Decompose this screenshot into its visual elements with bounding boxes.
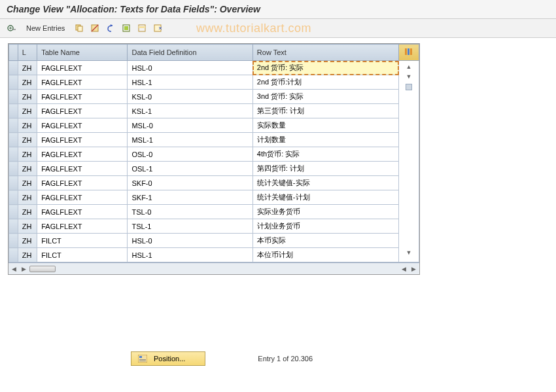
cell-language[interactable]: ZH xyxy=(18,162,37,176)
cell-table-name[interactable]: FAGLFLEXT xyxy=(37,219,128,234)
cell-language[interactable]: ZH xyxy=(18,205,37,219)
row-selector[interactable] xyxy=(9,90,18,104)
cell-row-text[interactable]: 第四货币: 计划 xyxy=(252,162,398,176)
cell-data-field[interactable]: MSL-1 xyxy=(128,133,252,147)
cell-data-field[interactable]: TSL-1 xyxy=(128,219,252,234)
cell-data-field[interactable]: MSL-0 xyxy=(128,118,252,133)
cell-row-text[interactable]: 本币实际 xyxy=(252,234,398,248)
row-selector[interactable] xyxy=(9,219,18,234)
cell-row-text[interactable]: 计划业务货币 xyxy=(252,219,398,234)
column-header-l[interactable]: L xyxy=(18,45,37,61)
toggle-view-icon[interactable] xyxy=(5,22,18,35)
row-selector-header[interactable] xyxy=(9,45,18,61)
column-header-data-field[interactable]: Data Field Definition xyxy=(128,45,252,61)
scroll-left-icon[interactable]: ◀ xyxy=(10,266,18,272)
row-selector[interactable] xyxy=(9,176,18,190)
row-selector[interactable] xyxy=(9,248,18,262)
cell-language[interactable]: ZH xyxy=(18,133,37,147)
scroll-thumb[interactable] xyxy=(29,266,56,272)
cell-row-text[interactable]: 实际业务货币 xyxy=(252,205,398,219)
cell-table-name[interactable]: FILCT xyxy=(37,234,128,248)
cell-language[interactable]: ZH xyxy=(18,219,37,234)
cell-table-name[interactable]: FAGLFLEXT xyxy=(37,190,128,205)
table-row[interactable]: ZHFAGLFLEXTSKF-0统计关键值-实际 xyxy=(9,176,419,190)
cell-language[interactable]: ZH xyxy=(18,248,37,262)
cell-row-text[interactable]: 3nd 货币: 实际 xyxy=(252,90,398,104)
column-header-table-name[interactable]: Table Name xyxy=(37,45,128,61)
deselect-icon[interactable] xyxy=(151,22,164,35)
cell-data-field[interactable]: HSL-1 xyxy=(128,75,252,90)
table-row[interactable]: ZHFAGLFLEXTTSL-1计划业务货币 xyxy=(9,219,419,234)
cell-data-field[interactable]: OSL-0 xyxy=(128,147,252,162)
column-header-row-text[interactable]: Row Text xyxy=(252,45,398,61)
cell-table-name[interactable]: FAGLFLEXT xyxy=(37,176,128,190)
cell-table-name[interactable]: FAGLFLEXT xyxy=(37,118,128,133)
cell-data-field[interactable]: HSL-0 xyxy=(128,61,252,75)
cell-row-text[interactable]: 统计关键值-实际 xyxy=(252,176,398,190)
row-selector[interactable] xyxy=(9,61,18,75)
scroll-marker[interactable] xyxy=(406,84,412,90)
cell-data-field[interactable]: TSL-0 xyxy=(128,205,252,219)
cell-language[interactable]: ZH xyxy=(18,190,37,205)
table-row[interactable]: ZHFAGLFLEXTKSL-1第三货币: 计划 xyxy=(9,104,419,118)
cell-data-field[interactable]: KSL-0 xyxy=(128,90,252,104)
cell-language[interactable]: ZH xyxy=(18,61,37,75)
table-row[interactable]: ZHFAGLFLEXTHSL-12nd 货币:计划 xyxy=(9,75,419,90)
row-selector[interactable] xyxy=(9,104,18,118)
row-selector[interactable] xyxy=(9,162,18,176)
cell-row-text[interactable]: 统计关键值-计划 xyxy=(252,190,398,205)
cell-table-name[interactable]: FAGLFLEXT xyxy=(37,104,128,118)
cell-data-field[interactable]: SKF-1 xyxy=(128,190,252,205)
cell-table-name[interactable]: FAGLFLEXT xyxy=(37,61,128,75)
cell-row-text[interactable]: 2nd 货币: 实际 xyxy=(252,61,398,75)
table-row[interactable]: ZHFAGLFLEXTOSL-1第四货币: 计划 xyxy=(9,162,419,176)
table-row[interactable]: ZHFAGLFLEXTSKF-1统计关键值-计划 xyxy=(9,190,419,205)
row-selector[interactable] xyxy=(9,190,18,205)
table-row[interactable]: ZHFAGLFLEXTHSL-02nd 货币: 实际▲▼▼ xyxy=(9,61,419,75)
row-selector[interactable] xyxy=(9,147,18,162)
cell-data-field[interactable]: SKF-0 xyxy=(128,176,252,190)
table-row[interactable]: ZHFAGLFLEXTMSL-1计划数量 xyxy=(9,133,419,147)
cell-data-field[interactable]: KSL-1 xyxy=(128,104,252,118)
horizontal-scrollbar[interactable]: ◀ ▶ ◀ ▶ xyxy=(9,262,419,274)
table-row[interactable]: ZHFAGLFLEXTKSL-03nd 货币: 实际 xyxy=(9,90,419,104)
table-row[interactable]: ZHFAGLFLEXTMSL-0实际数量 xyxy=(9,118,419,133)
cell-row-text[interactable]: 本位币计划 xyxy=(252,248,398,262)
undo-icon[interactable] xyxy=(104,22,117,35)
cell-language[interactable]: ZH xyxy=(18,90,37,104)
table-row[interactable]: ZHFILCTHSL-0本币实际 xyxy=(9,234,419,248)
cell-language[interactable]: ZH xyxy=(18,75,37,90)
cell-row-text[interactable]: 2nd 货币:计划 xyxy=(252,75,398,90)
cell-row-text[interactable]: 实际数量 xyxy=(252,118,398,133)
row-selector[interactable] xyxy=(9,75,18,90)
row-selector[interactable] xyxy=(9,133,18,147)
scroll-left-end-icon[interactable]: ◀ xyxy=(400,266,408,272)
cell-data-field[interactable]: OSL-1 xyxy=(128,162,252,176)
position-button[interactable]: Position... xyxy=(131,351,205,366)
cell-language[interactable]: ZH xyxy=(18,104,37,118)
scroll-down-end-icon[interactable]: ▼ xyxy=(404,249,414,258)
cell-data-field[interactable]: HSL-0 xyxy=(128,234,252,248)
cell-table-name[interactable]: FAGLFLEXT xyxy=(37,75,128,90)
cell-table-name[interactable]: FAGLFLEXT xyxy=(37,205,128,219)
cell-language[interactable]: ZH xyxy=(18,118,37,133)
scroll-right-end-icon[interactable]: ▶ xyxy=(409,266,418,272)
vertical-scrollbar[interactable]: ▲▼▼ xyxy=(399,61,419,262)
cell-language[interactable]: ZH xyxy=(18,147,37,162)
cell-row-text[interactable]: 4th货币: 实际 xyxy=(252,147,398,162)
select-block-icon[interactable] xyxy=(135,22,148,35)
row-selector[interactable] xyxy=(9,234,18,248)
copy-icon[interactable] xyxy=(73,22,86,35)
cell-table-name[interactable]: FAGLFLEXT xyxy=(37,133,128,147)
new-entries-button[interactable]: New Entries xyxy=(21,22,70,34)
cell-table-name[interactable]: FAGLFLEXT xyxy=(37,90,128,104)
cell-language[interactable]: ZH xyxy=(18,176,37,190)
table-row[interactable]: ZHFAGLFLEXTOSL-04th货币: 实际 xyxy=(9,147,419,162)
select-all-icon[interactable] xyxy=(120,22,133,35)
configure-columns-button[interactable] xyxy=(399,45,419,61)
scroll-right-icon[interactable]: ▶ xyxy=(20,266,28,272)
cell-language[interactable]: ZH xyxy=(18,234,37,248)
delimit-icon[interactable] xyxy=(88,22,101,35)
row-selector[interactable] xyxy=(9,205,18,219)
cell-row-text[interactable]: 计划数量 xyxy=(252,133,398,147)
